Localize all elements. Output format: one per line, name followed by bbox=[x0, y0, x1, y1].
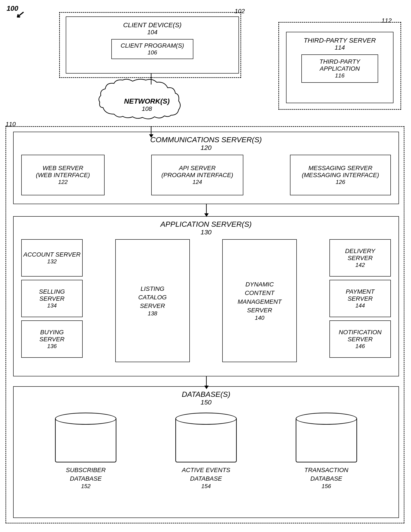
subscriber-db-top bbox=[55, 413, 116, 425]
payment-server-box: PAYMENT SERVER 144 bbox=[329, 280, 391, 317]
database-num: 150 bbox=[17, 399, 395, 406]
payment-server-label: PAYMENT SERVER bbox=[346, 288, 374, 302]
account-server-label: ACCOUNT SERVER bbox=[23, 251, 81, 258]
active-events-db-top bbox=[175, 413, 237, 425]
notification-server-box: NOTIFICATION SERVER 146 bbox=[329, 320, 391, 358]
selling-server-num: 134 bbox=[47, 302, 56, 309]
app-server-num: 130 bbox=[17, 228, 395, 236]
active-events-db-label: ACTIVE EVENTS DATABASE 154 bbox=[182, 466, 230, 490]
app-server-box: APPLICATION SERVER(S) 130 ACCOUNT SERVER… bbox=[13, 216, 399, 376]
connector-client-network bbox=[151, 74, 151, 85]
notification-server-label: NOTIFICATION SERVER bbox=[339, 329, 381, 343]
database-box: DATABASE(S) 150 SUBSCRIBER DATABASE 152 bbox=[13, 386, 399, 518]
third-party-area-ref: 112 bbox=[381, 17, 392, 24]
delivery-server-label: DELIVERY SERVER bbox=[345, 247, 375, 262]
comm-server-box: COMMUNICATIONS SERVER(S) 120 WEB SERVER … bbox=[13, 132, 399, 204]
web-server-box: WEB SERVER (WEB INTERFACE) 122 bbox=[21, 155, 105, 195]
account-server-box: ACCOUNT SERVER 132 bbox=[21, 239, 83, 276]
active-events-db: ACTIVE EVENTS DATABASE 154 bbox=[175, 413, 237, 490]
client-program-box: CLIENT PROGRAM(S) 106 bbox=[111, 39, 193, 59]
client-device-box: CLIENT DEVICE(S) 104 CLIENT PROGRAM(S) 1… bbox=[66, 17, 239, 74]
third-party-app-label: THIRD-PARTY APPLICATION bbox=[308, 58, 371, 72]
buying-server-num: 136 bbox=[47, 343, 56, 350]
client-program-label: CLIENT PROGRAM(S) bbox=[120, 42, 184, 49]
third-party-server-num: 114 bbox=[335, 44, 345, 51]
listing-catalog-label: LISTING CATALOG SERVER bbox=[138, 285, 167, 310]
dynamic-content-num: 140 bbox=[255, 314, 264, 321]
subscriber-db-body bbox=[55, 418, 116, 462]
dynamic-content-box: DYNAMIC CONTENT MANAGEMENT SERVER 140 bbox=[222, 239, 297, 362]
third-party-app-num: 116 bbox=[308, 72, 371, 79]
app-server-label: APPLICATION SERVER(S) bbox=[17, 220, 395, 228]
transaction-db-top bbox=[296, 413, 357, 425]
selling-server-label: SELLING SERVER bbox=[39, 288, 65, 302]
delivery-server-num: 142 bbox=[355, 262, 365, 268]
messaging-server-label: MESSAGING SERVER (MESSAGING INTERFACE) bbox=[302, 165, 379, 179]
client-device-label: CLIENT DEVICE(S) bbox=[123, 21, 182, 29]
dynamic-content-label: DYNAMIC CONTENT MANAGEMENT SERVER bbox=[237, 280, 282, 314]
figure-arrow: ↙ bbox=[15, 9, 23, 20]
buying-server-box: BUYING SERVER 136 bbox=[21, 320, 83, 358]
connector-app-db bbox=[206, 376, 207, 386]
account-server-num: 132 bbox=[47, 258, 56, 265]
platform-ref: 110 bbox=[6, 121, 16, 128]
network-cloud: NETWORK(S) 108 bbox=[96, 77, 197, 127]
subscriber-db-label: SUBSCRIBER DATABASE 152 bbox=[66, 466, 106, 490]
web-server-num: 122 bbox=[58, 179, 67, 185]
connector-comm-app bbox=[206, 204, 207, 214]
network-label: NETWORK(S) 108 bbox=[124, 97, 170, 112]
active-events-db-body bbox=[175, 418, 237, 462]
comm-server-num: 120 bbox=[17, 144, 395, 152]
listing-catalog-box: LISTING CATALOG SERVER 138 bbox=[115, 239, 190, 362]
third-party-server-box: THIRD-PARTY SERVER 114 THIRD-PARTY APPLI… bbox=[286, 32, 393, 103]
client-area-ref: 102 bbox=[235, 8, 245, 15]
listing-catalog-num: 138 bbox=[148, 310, 157, 317]
comm-server-label: COMMUNICATIONS SERVER(S) bbox=[17, 135, 395, 144]
client-program-num: 106 bbox=[120, 49, 184, 56]
third-party-server-label: THIRD-PARTY SERVER bbox=[304, 37, 376, 44]
api-server-box: API SERVER (PROGRAM INTERFACE) 124 bbox=[151, 155, 243, 195]
buying-server-label: BUYING SERVER bbox=[39, 329, 65, 343]
transaction-db: TRANSACTION DATABASE 156 bbox=[296, 413, 357, 490]
delivery-server-box: DELIVERY SERVER 142 bbox=[329, 239, 391, 276]
client-device-num: 104 bbox=[147, 29, 158, 36]
messaging-server-num: 126 bbox=[336, 179, 345, 185]
messaging-server-box: MESSAGING SERVER (MESSAGING INTERFACE) 1… bbox=[290, 155, 391, 195]
selling-server-box: SELLING SERVER 134 bbox=[21, 280, 83, 317]
api-server-label: API SERVER (PROGRAM INTERFACE) bbox=[161, 165, 233, 179]
payment-server-num: 144 bbox=[355, 302, 365, 309]
subscriber-db: SUBSCRIBER DATABASE 152 bbox=[55, 413, 116, 490]
third-party-app-box: THIRD-PARTY APPLICATION 116 bbox=[301, 54, 378, 83]
transaction-db-body bbox=[296, 418, 357, 462]
database-label: DATABASE(S) bbox=[17, 390, 395, 399]
web-server-label: WEB SERVER (WEB INTERFACE) bbox=[36, 165, 90, 179]
transaction-db-label: TRANSACTION DATABASE 156 bbox=[304, 466, 348, 490]
api-server-num: 124 bbox=[192, 179, 202, 185]
notification-server-num: 146 bbox=[355, 343, 365, 350]
